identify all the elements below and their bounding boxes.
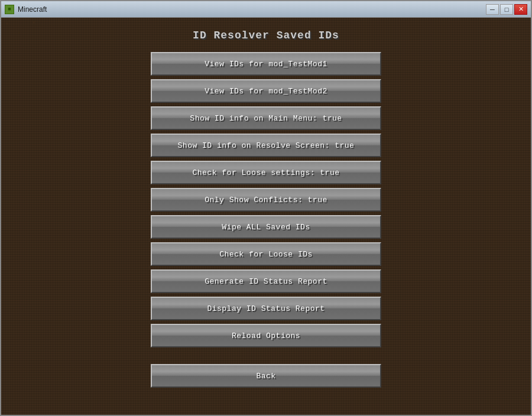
button-view-mod2[interactable]: View IDs for mod_TestMod2 [151, 79, 381, 103]
button-view-mod1[interactable]: View IDs for mod_TestMod1 [151, 52, 381, 76]
button-show-main-menu[interactable]: Show ID info on Main Menu: true [151, 106, 381, 130]
button-reload-options[interactable]: Reload Options [151, 324, 381, 347]
button-only-show-conflicts[interactable]: Only Show Conflicts: true [151, 188, 381, 212]
button-display-status-report[interactable]: Display ID Status Report [151, 297, 381, 320]
window-controls: ─ □ ✕ [486, 4, 527, 15]
back-button-wrapper: Back [151, 364, 381, 388]
app-icon: ■ [5, 5, 14, 14]
page-title: ID Resolver Saved IDs [193, 30, 339, 41]
button-wipe-saved-ids[interactable]: Wipe ALL Saved IDs [151, 215, 381, 239]
button-check-loose-settings[interactable]: Check for Loose settings: true [151, 161, 381, 184]
minimize-button[interactable]: ─ [486, 4, 499, 15]
back-button[interactable]: Back [151, 364, 381, 388]
title-bar-left: ■ Minecraft [5, 5, 47, 14]
maximize-button[interactable]: □ [500, 4, 513, 15]
close-button[interactable]: ✕ [514, 4, 527, 15]
window-title: Minecraft [18, 5, 47, 14]
buttons-list: View IDs for mod_TestMod1View IDs for mo… [1, 52, 531, 347]
button-generate-status-report[interactable]: Generate ID Status Report [151, 269, 381, 293]
button-show-resolve-screen[interactable]: Show ID info on Resolve Screen: true [151, 134, 381, 157]
title-bar: ■ Minecraft ─ □ ✕ [1, 1, 531, 18]
button-check-loose-ids[interactable]: Check for Loose IDs [151, 242, 381, 266]
window: ■ Minecraft ─ □ ✕ ID Resolver Saved IDs … [0, 0, 532, 416]
main-content: ID Resolver Saved IDs View IDs for mod_T… [1, 18, 531, 415]
